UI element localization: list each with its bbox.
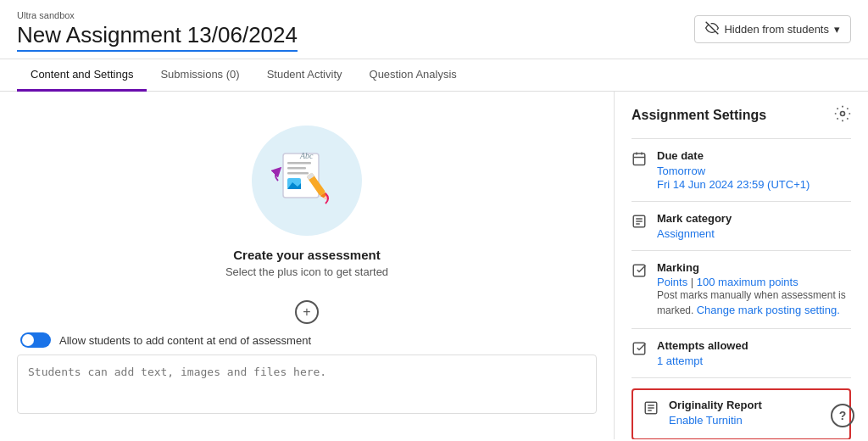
assessment-illustration: Abc Create your assessment Select the pl… [17, 109, 597, 292]
marking-content: Marking Points | 100 maximum points Post… [657, 261, 851, 318]
help-button[interactable]: ? [831, 404, 854, 427]
svg-rect-21 [633, 265, 645, 276]
svg-rect-22 [633, 343, 645, 354]
chevron-down-icon: ▾ [834, 23, 840, 36]
create-assessment-title: Create your assessment [233, 248, 380, 262]
illustration-circle: Abc [252, 126, 362, 236]
marking-row: Marking Points | 100 maximum points Post… [632, 261, 851, 318]
due-date-label: Due date [657, 149, 851, 162]
svg-point-12 [841, 112, 845, 116]
svg-rect-3 [287, 167, 306, 170]
allow-students-toggle[interactable] [20, 332, 51, 348]
left-panel: Abc Create your assessment Select the pl… [0, 92, 614, 439]
hidden-btn-label: Hidden from students [724, 23, 829, 36]
attempts-link[interactable]: 1 attempt [657, 354, 703, 367]
content-textarea[interactable] [17, 354, 597, 414]
settings-title: Assignment Settings [632, 108, 766, 123]
attempts-content: Attempts allowed 1 attempt [657, 339, 851, 367]
change-mark-posting-link[interactable]: Change mark posting setting. [697, 304, 840, 316]
svg-rect-4 [287, 172, 309, 175]
marking-links-row: Points | 100 maximum points [657, 276, 851, 288]
create-assessment-subtitle: Select the plus icon to get started [225, 265, 388, 278]
tab-content-settings[interactable]: Content and Settings [17, 59, 147, 92]
points-link[interactable]: Points [657, 276, 687, 288]
mark-category-icon [632, 214, 647, 232]
divider-4 [632, 328, 851, 329]
divider-1 [632, 138, 851, 139]
allow-students-row: Allow students to add content at end of … [17, 332, 597, 348]
divider-2 [632, 201, 851, 202]
eye-hidden-icon [705, 21, 719, 37]
due-date-content: Due date Tomorrow Fri 14 Jun 2024 23:59 … [657, 149, 851, 191]
tabs-bar: Content and Settings Submissions (0) Stu… [0, 59, 868, 92]
mark-category-link[interactable]: Assignment [657, 227, 715, 240]
divider-5 [632, 377, 851, 378]
mark-category-row: Mark category Assignment [632, 212, 851, 240]
settings-header: Assignment Settings [632, 105, 851, 125]
marking-label: Marking [657, 261, 851, 274]
mark-category-content: Mark category Assignment [657, 212, 851, 240]
due-date-secondary-link[interactable]: Fri 14 Jun 2024 23:59 (UTC+1) [657, 178, 810, 191]
add-content-button[interactable]: + [295, 300, 319, 324]
allow-students-label: Allow students to add content at end of … [59, 334, 311, 347]
attempts-label: Attempts allowed [657, 339, 851, 352]
enable-turnitin-link[interactable]: Enable Turnitin [669, 414, 743, 427]
tab-submissions[interactable]: Submissions (0) [147, 59, 253, 92]
right-panel: Assignment Settings Due date [614, 92, 868, 439]
marking-icon [632, 263, 647, 281]
marking-description: Post marks manually when assessment is m… [657, 288, 851, 318]
max-points-link[interactable]: 100 maximum points [697, 276, 798, 288]
originality-report-box: Originality Report Enable Turnitin [632, 388, 851, 439]
originality-row: Originality Report Enable Turnitin [643, 399, 839, 427]
main-content: Abc Create your assessment Select the pl… [0, 92, 868, 439]
illustration-svg: Abc [264, 138, 349, 223]
originality-content: Originality Report Enable Turnitin [669, 399, 839, 427]
originality-label: Originality Report [669, 399, 839, 411]
tab-student-activity[interactable]: Student Activity [253, 59, 356, 92]
attempts-icon [632, 341, 647, 359]
settings-gear-button[interactable] [834, 105, 851, 125]
svg-rect-2 [287, 162, 311, 165]
due-date-primary-link[interactable]: Tomorrow [657, 165, 705, 177]
due-date-row: Due date Tomorrow Fri 14 Jun 2024 23:59 … [632, 149, 851, 191]
divider-3 [632, 250, 851, 251]
svg-rect-13 [633, 154, 645, 165]
originality-icon [643, 400, 659, 418]
calendar-icon [632, 151, 647, 169]
attempts-row: Attempts allowed 1 attempt [632, 339, 851, 367]
hidden-from-students-button[interactable]: Hidden from students ▾ [694, 15, 851, 43]
svg-text:Abc: Abc [299, 151, 314, 160]
tab-question-analysis[interactable]: Question Analysis [356, 59, 470, 92]
mark-category-label: Mark category [657, 212, 851, 225]
page-title: New Assignment 13/06/2024 [17, 22, 298, 52]
